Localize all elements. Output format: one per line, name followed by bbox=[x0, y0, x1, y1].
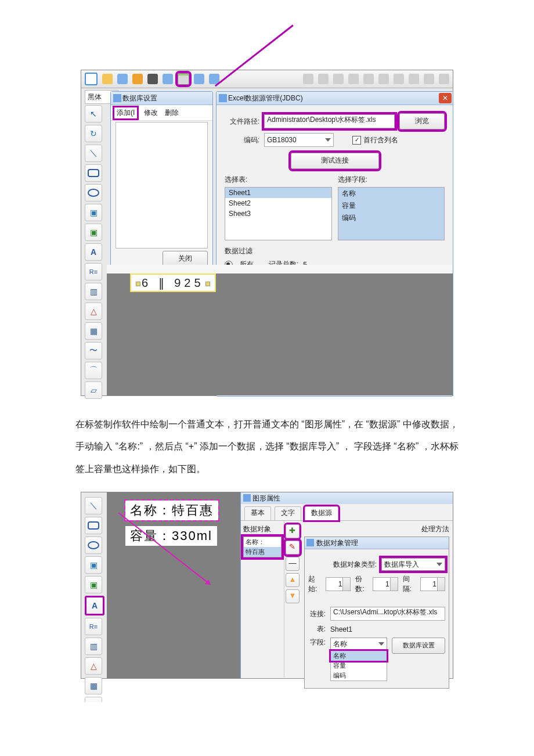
settings-icon[interactable] bbox=[132, 74, 143, 84]
field-select[interactable]: 名称 bbox=[330, 638, 387, 650]
ellipse-tool-icon[interactable] bbox=[85, 537, 102, 554]
move-up-button[interactable]: ▲ bbox=[286, 573, 300, 587]
text-tool-icon[interactable]: A bbox=[85, 243, 102, 261]
copy-icon[interactable] bbox=[318, 74, 329, 84]
redo-icon[interactable] bbox=[363, 74, 374, 84]
close-icon[interactable]: ✕ bbox=[439, 93, 452, 103]
field-list[interactable]: 名称 容量 编码 bbox=[338, 187, 445, 240]
text-tool-icon[interactable]: A bbox=[85, 596, 104, 615]
start-spinner[interactable]: 1 bbox=[326, 577, 351, 591]
data-object-management-panel: 数据对象管理 数据对象类型: 数据库导入 起始: 1 份数: 1 bbox=[304, 537, 449, 689]
table-tool-icon[interactable]: ▦ bbox=[85, 677, 102, 694]
line-tool-icon[interactable]: ＼ bbox=[85, 497, 102, 514]
tab-text[interactable]: 文字 bbox=[275, 506, 301, 520]
count-spinner[interactable]: 1 bbox=[373, 577, 398, 591]
database-icon[interactable] bbox=[178, 73, 189, 85]
selection-handle-icon[interactable] bbox=[205, 282, 210, 286]
network-icon[interactable] bbox=[194, 74, 204, 84]
tab-datasource[interactable]: 数据源 bbox=[305, 506, 338, 520]
new-doc-icon[interactable] bbox=[85, 73, 98, 85]
table-item[interactable]: Sheet1 bbox=[225, 188, 331, 198]
data-object-item[interactable]: 特百惠 bbox=[244, 547, 281, 557]
paste-icon[interactable] bbox=[333, 74, 344, 84]
barcode-tool-icon[interactable]: ▥ bbox=[85, 283, 102, 300]
table-tool-icon[interactable]: ▦ bbox=[85, 322, 102, 340]
table-item[interactable]: Sheet3 bbox=[225, 208, 331, 219]
zoom-out-icon[interactable] bbox=[394, 74, 404, 84]
table-item[interactable]: Sheet2 bbox=[225, 198, 331, 208]
encoding-select[interactable]: GB18030 bbox=[264, 133, 334, 147]
edit-data-object-button[interactable]: ✎ bbox=[286, 541, 300, 555]
preview-icon[interactable] bbox=[163, 74, 173, 84]
undo-icon[interactable] bbox=[348, 74, 359, 84]
field-option[interactable]: 编码 bbox=[331, 671, 387, 681]
open-icon[interactable] bbox=[102, 74, 113, 84]
richtext-tool-icon[interactable]: R≡ bbox=[85, 263, 102, 280]
field-select-value: 名称 bbox=[333, 639, 347, 649]
tab-basic[interactable]: 基本 bbox=[244, 506, 271, 520]
selected-text-object[interactable]: 6 ‖ 925 bbox=[131, 275, 215, 291]
db-add-menu[interactable]: 添加(I bbox=[114, 107, 137, 118]
round-rect-tool-icon[interactable] bbox=[85, 517, 102, 534]
db-modify-menu[interactable]: 修改 bbox=[144, 108, 158, 118]
field-item[interactable]: 容量 bbox=[338, 200, 445, 212]
cut-icon[interactable] bbox=[303, 74, 313, 84]
data-object-header: 数据对象 bbox=[243, 524, 282, 534]
select-field-label: 选择字段: bbox=[338, 175, 445, 185]
triangle-tool-icon[interactable]: △ bbox=[85, 657, 102, 675]
db-settings-list[interactable] bbox=[116, 122, 208, 249]
image-tool-icon[interactable]: ▣ bbox=[85, 204, 102, 221]
object-type-select[interactable]: 数据库导入 bbox=[381, 558, 445, 571]
selection-handle-icon[interactable] bbox=[136, 282, 140, 286]
first-row-header-checkbox[interactable]: ✓首行含列名 bbox=[352, 135, 398, 145]
management-title-text: 数据对象管理 bbox=[316, 539, 358, 547]
field-item[interactable]: 编码 bbox=[338, 212, 445, 224]
line-tool-icon[interactable]: ＼ bbox=[85, 145, 102, 162]
arc-tool-icon[interactable]: ⌒ bbox=[85, 362, 102, 379]
design-canvas[interactable] bbox=[107, 273, 453, 395]
test-connection-button[interactable]: 测试连接 bbox=[291, 153, 379, 169]
field-dropdown-list[interactable]: 名称 容量 编码 bbox=[330, 650, 387, 681]
richtext-tool-icon[interactable]: R≡ bbox=[85, 618, 102, 635]
curve-tool-icon[interactable]: 〜 bbox=[85, 697, 102, 702]
file-path-input[interactable]: Administrator\Desktop\水杯标签.xls bbox=[264, 114, 395, 128]
browse-button[interactable]: 浏览 bbox=[399, 113, 445, 129]
picture-tool-icon[interactable]: ▣ bbox=[85, 576, 102, 593]
print-icon[interactable] bbox=[147, 74, 158, 84]
data-object-list[interactable]: 名称： 特百惠 bbox=[243, 537, 282, 557]
connection-input[interactable]: C:\Users\Admi...ktop\水杯标签.xls bbox=[330, 607, 445, 621]
field-option[interactable]: 容量 bbox=[331, 661, 387, 671]
text-object-name[interactable]: 名称：特百惠 bbox=[125, 501, 218, 520]
db-settings-title-text: 数据库设置 bbox=[122, 94, 157, 102]
chevron-down-icon bbox=[378, 642, 384, 646]
table-list[interactable]: Sheet1 Sheet2 Sheet3 bbox=[225, 187, 332, 240]
fullscreen-icon[interactable] bbox=[439, 74, 449, 84]
data-object-item[interactable]: 名称： bbox=[244, 537, 281, 547]
zoom-reset-icon[interactable] bbox=[409, 74, 419, 84]
field-item[interactable]: 名称 bbox=[338, 188, 445, 200]
round-rect-tool-icon[interactable] bbox=[85, 164, 102, 182]
save-icon[interactable] bbox=[117, 74, 128, 84]
triangle-tool-icon[interactable]: △ bbox=[85, 303, 102, 320]
field-label: 字段: bbox=[308, 638, 326, 647]
fit-icon[interactable] bbox=[424, 74, 434, 84]
curve-tool-icon[interactable]: 〜 bbox=[85, 342, 102, 359]
instruction-paragraph: 在标签制作软件中绘制一个普通文本，打开普通文本的 “图形属性”，在 “数据源” … bbox=[75, 413, 459, 480]
graphic-properties-panel: 图形属性 基本 文字 数据源 数据对象 名称： 特百惠 ✚ ✎ — bbox=[240, 492, 453, 678]
barcode-tool-icon[interactable]: ▥ bbox=[85, 638, 102, 655]
ellipse-tool-icon[interactable] bbox=[85, 184, 102, 201]
field-option[interactable]: 名称 bbox=[331, 651, 387, 661]
move-down-button[interactable]: ▼ bbox=[286, 589, 300, 603]
db-delete-menu[interactable]: 删除 bbox=[165, 108, 179, 118]
picture-tool-icon[interactable]: ▣ bbox=[85, 224, 102, 241]
cursor-tool-icon[interactable]: ↖ bbox=[85, 105, 102, 123]
properties-title-text: 图形属性 bbox=[252, 494, 280, 502]
database-settings-button[interactable]: 数据库设置 bbox=[392, 638, 445, 654]
remove-data-object-button[interactable]: — bbox=[286, 557, 300, 571]
zoom-in-icon[interactable] bbox=[378, 74, 389, 84]
polygon-tool-icon[interactable]: ▱ bbox=[85, 381, 102, 399]
add-data-object-button[interactable]: ✚ bbox=[286, 524, 300, 538]
gap-spinner[interactable]: 1 bbox=[420, 577, 445, 591]
image-tool-icon[interactable]: ▣ bbox=[85, 556, 102, 574]
rotate-tool-icon[interactable]: ↻ bbox=[85, 125, 102, 142]
